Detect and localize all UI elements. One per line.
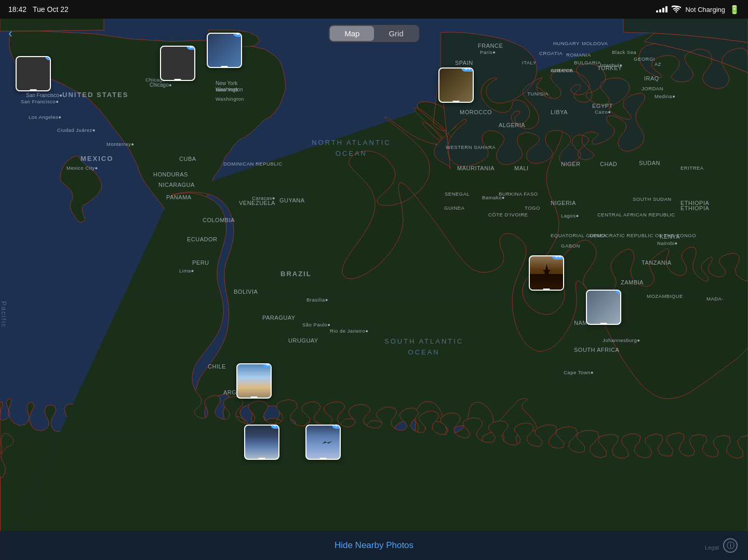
top-bar: ‹ Map Grid [0, 19, 748, 48]
pin-san-francisco[interactable]: 7 [16, 56, 51, 91]
pin-morocco[interactable]: 308 [438, 67, 474, 103]
map-svg: .land { fill: #1a2e1a; stroke: #c0392b; … [0, 0, 748, 560]
pin-argentina-1[interactable]: 17 [236, 363, 272, 399]
segment-control: Map Grid [329, 25, 419, 42]
badge-argentina-1: 17 [263, 363, 272, 367]
pin-south-africa[interactable]: 2 [586, 290, 621, 325]
pin-kenya[interactable]: 854 [529, 255, 564, 291]
badge-san-francisco: 7 [45, 56, 51, 60]
pin-chicago[interactable]: 12 [160, 46, 195, 81]
info-button[interactable]: ⓘ [723, 538, 738, 553]
badge-argentina-2: 73 [271, 425, 279, 429]
badge-south-africa: 2 [616, 290, 621, 294]
tab-grid[interactable]: Grid [374, 26, 418, 41]
status-right: Not Charging 🔋 [656, 5, 740, 15]
map-container: .land { fill: #1a2e1a; stroke: #c0392b; … [0, 0, 748, 560]
pin-argentina-2[interactable]: 73 [244, 425, 279, 460]
badge-argentina-3: 70 [332, 425, 341, 429]
legal-text: Legal [705, 544, 719, 551]
wifi-icon [672, 5, 681, 14]
status-bar: 18:42 Tue Oct 22 Not Charging 🔋 [0, 0, 748, 19]
badge-kenya: 854 [552, 255, 564, 259]
battery-label: Not Charging [685, 6, 725, 13]
back-button[interactable]: ‹ [8, 26, 12, 40]
status-date: Tue Oct 22 [33, 5, 69, 13]
signal-icon [656, 6, 667, 12]
pin-argentina-3[interactable]: 70 [305, 425, 341, 460]
hide-nearby-button[interactable]: Hide Nearby Photos [335, 540, 413, 551]
battery-icon: 🔋 [729, 5, 740, 15]
status-time: 18:42 [8, 5, 26, 13]
badge-morocco: 308 [461, 67, 474, 72]
bottom-bar: Hide Nearby Photos [0, 531, 748, 560]
tab-map[interactable]: Map [330, 26, 374, 41]
status-left: 18:42 Tue Oct 22 [8, 5, 69, 13]
